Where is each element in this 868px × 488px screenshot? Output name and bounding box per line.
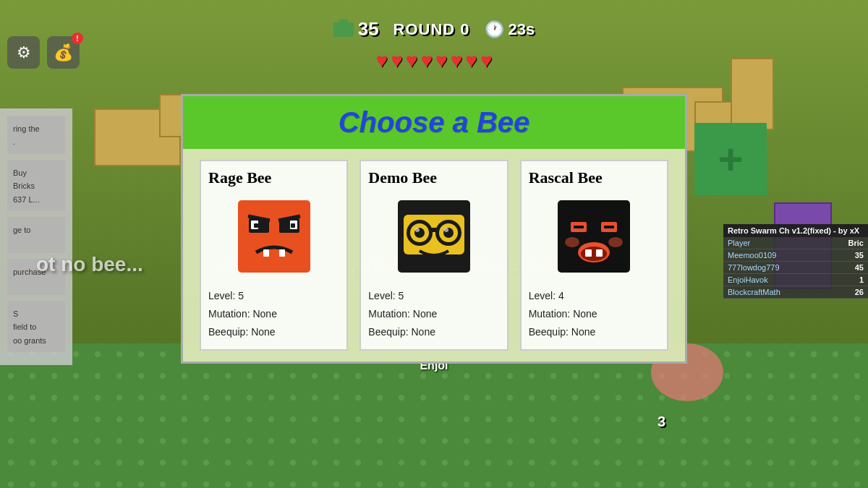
rascal-bee-name: Rascal Bee	[529, 168, 660, 187]
rascal-bee-beequip: Beequip: None	[529, 323, 660, 341]
demo-bee-beequip: Beequip: None	[368, 323, 499, 341]
rage-bee-level: Level: 5	[208, 287, 339, 305]
lb-name-3: EnjoiHavok	[728, 275, 768, 284]
demo-bee-image	[368, 193, 499, 280]
demo-bee-level: Level: 5	[368, 287, 499, 305]
lb-score-2: 45	[855, 263, 864, 272]
rascal-bee-image	[529, 193, 660, 280]
lb-col-player: Player	[728, 239, 750, 247]
dialog-body: Rage Bee	[183, 149, 685, 361]
svg-rect-27	[604, 226, 614, 228]
rage-bee-svg	[238, 200, 310, 273]
left-panel-section-3: ge to	[7, 217, 65, 253]
leaderboard: Retro Swarm Ch v1.2(fixed) - by xX Playe…	[723, 224, 868, 299]
leaderboard-row-1: Meemoo0109 35	[723, 249, 868, 262]
svg-rect-6	[254, 223, 258, 228]
svg-point-32	[565, 237, 579, 247]
left-panel: ring the. BuyBricks637 L... ge to purcha…	[0, 108, 72, 365]
demo-bee-svg	[398, 200, 470, 273]
rascal-bee-svg	[558, 200, 630, 273]
leaderboard-row-4: BlockcraftMath 26	[723, 286, 868, 299]
left-panel-text-1: ring the.	[13, 124, 40, 146]
number-label: 3	[658, 414, 665, 430]
left-panel-section-4[interactable]: purchase	[7, 259, 65, 295]
svg-rect-1	[242, 204, 307, 269]
heart-1: ♥	[376, 49, 388, 72]
lb-score-1: 35	[855, 251, 864, 260]
leaderboard-header: Retro Swarm Ch v1.2(fixed) - by xX	[723, 224, 868, 237]
rage-bee-stats: Level: 5 Mutation: None Beequip: None	[208, 287, 339, 342]
lb-col-bric: Bric	[848, 239, 864, 247]
svg-rect-30	[585, 249, 592, 257]
timer-text: 23s	[509, 20, 535, 39]
svg-rect-26	[574, 226, 584, 228]
svg-point-33	[608, 237, 623, 247]
svg-rect-31	[596, 249, 603, 257]
left-panel-section-2: BuyBricks637 L...	[7, 160, 65, 211]
lb-score-3: 1	[859, 275, 864, 284]
bee-card-rage[interactable]: Rage Bee	[200, 160, 348, 351]
svg-point-20	[415, 228, 420, 232]
lb-name-2: 777lowdog779	[728, 263, 780, 272]
leaderboard-row-3: EnjoiHavok 1	[723, 274, 868, 286]
dialog-header: Choose a Bee	[183, 96, 685, 149]
bricks-count: 35	[358, 18, 379, 40]
bee-card-rascal[interactable]: Rascal Bee	[520, 160, 668, 351]
svg-rect-10	[263, 249, 269, 257]
left-panel-text-2: BuyBricks637 L...	[13, 168, 40, 204]
heart-7: ♥	[465, 49, 477, 72]
dialog-title: Choose a Bee	[339, 106, 530, 138]
rage-bee-beequip: Beequip: None	[208, 323, 339, 341]
rage-bee-image	[208, 193, 339, 280]
brick-icon	[333, 22, 354, 37]
left-panel-text-4: purchase	[13, 267, 46, 276]
lb-name-1: Meemoo0109	[728, 251, 776, 260]
hearts-row: ♥ ♥ ♥ ♥ ♥ ♥ ♥ ♥	[0, 49, 868, 72]
lb-score-4: 26	[855, 288, 864, 296]
leaderboard-col-headers: Player Bric	[723, 237, 868, 249]
bee-selection-dialog: Choose a Bee Rage Bee	[181, 94, 687, 364]
heart-4: ♥	[420, 49, 433, 72]
left-panel-text-3: ge to	[13, 226, 30, 234]
bricks-counter: 35	[333, 18, 379, 40]
heart-2: ♥	[391, 49, 403, 72]
timer-section: 🕐 23s	[485, 20, 535, 39]
left-panel-section-1: ring the.	[7, 116, 65, 154]
round-label: ROUND 0	[393, 20, 470, 39]
demo-bee-stats: Level: 5 Mutation: None Beequip: None	[368, 287, 499, 342]
rascal-bee-stats: Level: 4 Mutation: None Beequip: None	[529, 287, 660, 342]
heart-5: ♥	[435, 49, 448, 72]
rage-bee-mutation: Mutation: None	[208, 305, 339, 323]
leaderboard-title: Retro Swarm Ch v1.2(fixed) - by xX	[728, 226, 859, 235]
hud-top: 35 ROUND 0 🕐 23s	[0, 18, 868, 40]
heart-8: ♥	[480, 49, 493, 72]
arrow-block	[694, 123, 767, 195]
rage-bee-name: Rage Bee	[208, 168, 339, 187]
demo-bee-mutation: Mutation: None	[368, 305, 499, 323]
svg-rect-22	[430, 228, 438, 232]
rascal-bee-mutation: Mutation: None	[529, 305, 660, 323]
heart-6: ♥	[451, 49, 463, 72]
left-panel-section-5: Sfield tooo grants	[7, 301, 65, 352]
demo-bee-name: Demo Bee	[368, 168, 499, 187]
bee-card-demo[interactable]: Demo Bee	[359, 160, 508, 351]
svg-point-29	[581, 247, 607, 261]
rascal-bee-level: Level: 4	[529, 287, 660, 305]
svg-point-21	[444, 228, 448, 232]
left-panel-text-5: Sfield tooo grants	[13, 309, 46, 345]
svg-rect-11	[279, 249, 285, 257]
heart-3: ♥	[406, 49, 418, 72]
leaderboard-row-2: 777lowdog779 45	[723, 262, 868, 274]
clock-icon: 🕐	[485, 20, 504, 39]
lb-name-4: BlockcraftMath	[728, 288, 780, 296]
svg-rect-7	[291, 223, 295, 228]
